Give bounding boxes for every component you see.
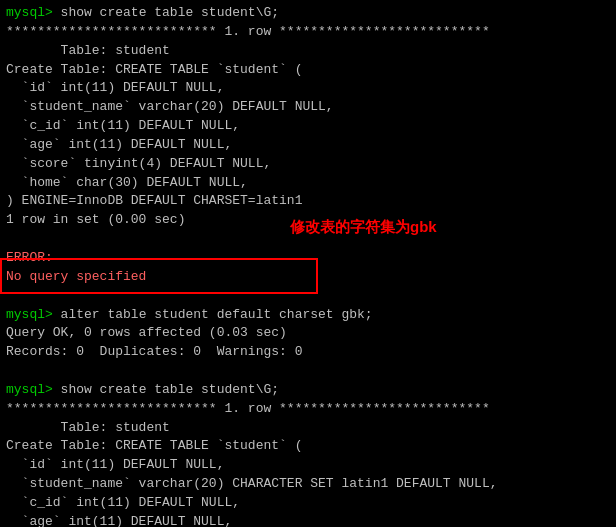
- line-27: `c_id` int(11) DEFAULT NULL,: [6, 494, 610, 513]
- line-5: `id` int(11) DEFAULT NULL,: [6, 79, 610, 98]
- line-11: ) ENGINE=InnoDB DEFAULT CHARSET=latin1: [6, 192, 610, 211]
- line-18: Query OK, 0 rows affected (0.03 sec): [6, 324, 610, 343]
- annotation-text: 修改表的字符集为gbk: [290, 218, 437, 237]
- line-7: `c_id` int(11) DEFAULT NULL,: [6, 117, 610, 136]
- line-2: *************************** 1. row *****…: [6, 23, 610, 42]
- line-26: `student_name` varchar(20) CHARACTER SET…: [6, 475, 610, 494]
- line-1: mysql> show create table student\G;: [6, 4, 610, 23]
- line-10: `home` char(30) DEFAULT NULL,: [6, 174, 610, 193]
- line-14: ERROR:: [6, 249, 610, 268]
- line-23: Table: student: [6, 419, 610, 438]
- line-4: Create Table: CREATE TABLE `student` (: [6, 61, 610, 80]
- line-24: Create Table: CREATE TABLE `student` (: [6, 437, 610, 456]
- line-16: [6, 287, 610, 306]
- line-21: mysql> show create table student\G;: [6, 381, 610, 400]
- line-17: mysql> alter table student default chars…: [6, 306, 610, 325]
- line-20: [6, 362, 610, 381]
- terminal: mysql> show create table student\G; ****…: [0, 0, 616, 527]
- line-9: `score` tinyint(4) DEFAULT NULL,: [6, 155, 610, 174]
- line-15: No query specified: [6, 268, 610, 287]
- line-19: Records: 0 Duplicates: 0 Warnings: 0: [6, 343, 610, 362]
- line-22: *************************** 1. row *****…: [6, 400, 610, 419]
- line-3: Table: student: [6, 42, 610, 61]
- line-8: `age` int(11) DEFAULT NULL,: [6, 136, 610, 155]
- line-28: `age` int(11) DEFAULT NULL,: [6, 513, 610, 527]
- terminal-output: mysql> show create table student\G; ****…: [6, 4, 610, 527]
- line-25: `id` int(11) DEFAULT NULL,: [6, 456, 610, 475]
- line-6: `student_name` varchar(20) DEFAULT NULL,: [6, 98, 610, 117]
